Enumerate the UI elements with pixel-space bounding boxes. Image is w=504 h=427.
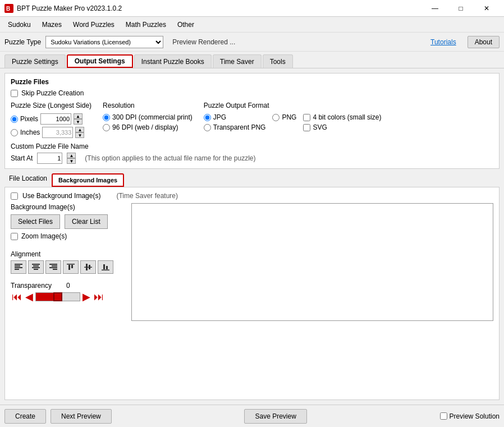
svg-row: SVG [303, 123, 381, 131]
title-bar: B BPT Puzzle Maker Pro v2023.1.0.2 — □ ✕ [0, 0, 504, 17]
menu-mazes[interactable]: Mazes [36, 19, 67, 31]
filename-row: Custom Puzzle File Name [11, 143, 493, 150]
maximize-button[interactable]: □ [448, 0, 474, 17]
transparency-row: Transparency 0 [11, 282, 126, 290]
clear-list-button[interactable]: Clear List [65, 214, 108, 229]
svg-rect-20 [102, 270, 109, 271]
tab-time-saver[interactable]: Time Saver [213, 54, 262, 68]
inches-down-btn[interactable]: ▼ [75, 132, 84, 138]
close-button[interactable]: ✕ [474, 0, 500, 17]
slider-thumb[interactable] [53, 292, 62, 301]
menu-other[interactable]: Other [172, 19, 200, 31]
inches-up-btn[interactable]: ▲ [75, 127, 84, 132]
pixels-value[interactable]: 1000 [40, 113, 71, 125]
start-at-row: Start At ▲ ▼ (This option applies to the… [11, 153, 493, 164]
menu-bar: Sudoku Mazes Word Puzzles Math Puzzles O… [0, 17, 504, 33]
dpi300-radio[interactable] [103, 114, 110, 121]
inches-value[interactable]: 3,333 [42, 127, 73, 138]
about-button[interactable]: About [468, 36, 500, 48]
sub-tab-background-images[interactable]: Background Images [52, 173, 124, 187]
jpg-label: JPG [213, 113, 226, 121]
start-at-down-btn[interactable]: ▼ [67, 158, 76, 164]
app-icon: B [4, 4, 13, 13]
tutorials-button[interactable]: Tutorials [424, 36, 463, 48]
preview-solution-checkbox[interactable] [440, 412, 447, 420]
save-preview-button[interactable]: Save Preview [244, 409, 306, 424]
dpi300-row: 300 DPI (commercial print) [103, 113, 193, 121]
minimize-button[interactable]: — [422, 0, 448, 17]
align-left-btn[interactable] [11, 260, 26, 274]
align-center-btn[interactable] [28, 260, 44, 274]
next-preview-button[interactable]: Next Preview [51, 409, 112, 424]
menu-math-puzzles[interactable]: Math Puzzles [120, 19, 172, 31]
dpi300-label: 300 DPI (commercial print) [112, 113, 193, 121]
pixels-row: Pixels 1000 ▲ ▼ [11, 113, 91, 125]
start-at-label: Start At [11, 154, 33, 162]
four-bit-label: 4 bit colors (small size) [313, 113, 381, 121]
skip-end-btn[interactable]: ⏭ [93, 292, 105, 302]
svg-rect-9 [34, 269, 38, 270]
output-format-title: Puzzle Output Format [204, 102, 382, 109]
align-middle-btn[interactable] [80, 260, 96, 274]
dpi96-row: 96 DPI (web / display) [103, 123, 193, 131]
png-label: PNG [282, 113, 296, 121]
inches-radio[interactable] [11, 129, 18, 136]
skip-start-btn[interactable]: ⏮ [11, 292, 23, 302]
puzzle-files-section: Puzzle Files Skip Puzzle Creation Puzzle… [4, 73, 500, 169]
zoom-checkbox[interactable] [11, 233, 18, 240]
align-top-btn[interactable] [63, 260, 79, 274]
transparent-png-radio[interactable] [204, 124, 211, 131]
resolution-title: Resolution [103, 102, 193, 109]
svg-rect-15 [68, 265, 70, 270]
step-back-btn[interactable]: ◀ [24, 292, 34, 302]
puzzle-size-title: Puzzle Size (Longest Side) [11, 102, 91, 109]
use-bg-image-checkbox[interactable] [11, 192, 18, 200]
png-row: PNG [272, 113, 296, 121]
tab-instant-puzzle-books[interactable]: Instant Puzzle Books [134, 54, 212, 68]
jpg-radio[interactable] [204, 114, 211, 121]
start-at-up-btn[interactable]: ▲ [67, 153, 76, 158]
transparency-label: Transparency [11, 282, 52, 290]
svg-rect-14 [67, 264, 75, 265]
alignment-section: Alignment [11, 250, 126, 274]
menu-sudoku[interactable]: Sudoku [2, 19, 36, 31]
align-bottom-btn[interactable] [98, 260, 113, 274]
svg-checkbox[interactable] [303, 124, 310, 131]
transparency-section: Transparency 0 ⏮ ◀ ▶ ⏭ [11, 282, 126, 302]
menu-word-puzzles[interactable]: Word Puzzles [67, 19, 120, 31]
four-bit-checkbox[interactable] [303, 114, 310, 121]
pixels-up-btn[interactable]: ▲ [74, 113, 83, 119]
svg-rect-19 [89, 265, 90, 269]
puzzle-type-row: Puzzle Type Sudoku Variations (Licensed)… [0, 33, 504, 52]
tab-output-settings[interactable]: Output Settings [67, 54, 133, 68]
select-files-button[interactable]: Select Files [11, 214, 60, 229]
file-location-label: File Location [4, 170, 52, 187]
start-at-value[interactable] [37, 153, 62, 164]
align-right-btn[interactable] [45, 260, 61, 274]
skip-puzzle-creation-row: Skip Puzzle Creation [11, 89, 493, 97]
pixels-down-btn[interactable]: ▼ [74, 119, 83, 125]
skip-puzzle-creation-checkbox[interactable] [11, 90, 18, 97]
four-bit-row: 4 bit colors (small size) [303, 113, 381, 121]
svg-rect-7 [33, 265, 39, 267]
file-buttons-row: Select Files Clear List [11, 214, 126, 229]
tab-tools[interactable]: Tools [263, 54, 293, 68]
png-radio[interactable] [272, 114, 280, 121]
pixels-radio[interactable] [11, 116, 18, 123]
puzzle-files-header: Puzzle Files [11, 78, 493, 86]
create-button[interactable]: Create [4, 409, 46, 424]
zoom-row: Zoom Image(s) [11, 232, 126, 240]
step-forward-btn[interactable]: ▶ [81, 292, 91, 302]
transparent-png-label: Transparent PNG [213, 123, 266, 131]
svg-rect-8 [32, 267, 40, 268]
puzzle-type-select[interactable]: Sudoku Variations (Licensed) [45, 36, 163, 48]
resolution-group: Resolution 300 DPI (commercial print) 96… [103, 102, 193, 138]
alignment-buttons [11, 260, 126, 274]
window-title: BPT Puzzle Maker Pro v2023.1.0.2 [17, 4, 422, 12]
dpi96-radio[interactable] [103, 124, 110, 131]
svg-rect-4 [15, 267, 22, 268]
tab-puzzle-settings[interactable]: Puzzle Settings [4, 54, 66, 68]
svg-rect-10 [49, 264, 57, 265]
filename-note: (This option applies to the actual file … [85, 154, 255, 162]
pixels-label: Pixels [20, 115, 38, 123]
